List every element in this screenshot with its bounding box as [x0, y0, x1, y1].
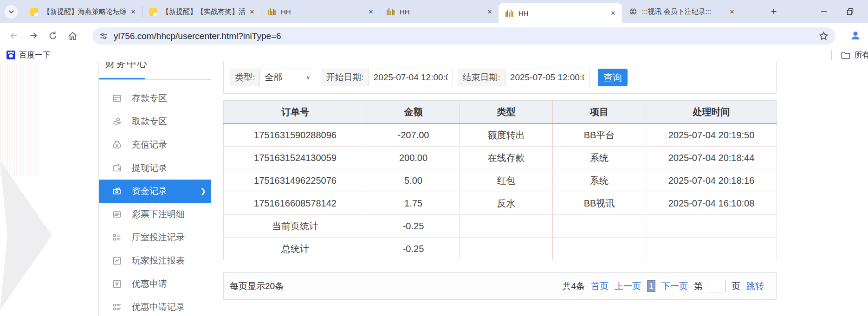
start-date-label: 开始日期:	[321, 69, 369, 86]
chevron-down-icon: ∨	[306, 74, 310, 81]
reload-icon	[48, 31, 58, 41]
sidebar-item[interactable]: 优惠申请	[99, 272, 211, 296]
minimize-icon	[820, 8, 828, 15]
sidebar-item[interactable]: 玩家投注报表	[99, 249, 211, 272]
folder-icon	[841, 51, 850, 59]
back-button[interactable]	[7, 29, 20, 42]
browser-tab[interactable]: 【新提醒】【实战有奖】活✕	[142, 0, 261, 23]
first-page-link[interactable]: 首页	[591, 280, 609, 292]
table-header-row: 订单号金额类型项目处理时间	[224, 101, 777, 124]
sidebar-item[interactable]: 提现记录	[99, 156, 211, 180]
per-page-label: 每页显示20条	[230, 280, 284, 292]
moneybag-icon	[112, 140, 122, 150]
browser-tab-bar: 【新提醒】海燕策略论坛综✕【新提醒】【实战有奖】活✕HH✕HH✕HH✕:::视讯…	[0, 0, 868, 23]
funds-record-table: 订单号金额类型项目处理时间 1751631590288096-207.00额度转…	[223, 100, 777, 260]
tab-close-button[interactable]: ✕	[367, 7, 375, 16]
table-cell: 1751631496225076	[224, 169, 367, 192]
table-cell: BB视讯	[553, 192, 646, 215]
table-cell: -0.25	[367, 238, 460, 260]
hh-favicon	[386, 7, 395, 16]
table-body: 1751631590288096-207.00额度转出BB平台2025-07-0…	[224, 124, 777, 260]
globe-favicon	[628, 7, 637, 16]
table-cell: BB平台	[553, 124, 646, 147]
sidebar-item-label: 充值记录	[132, 139, 167, 151]
all-bookmarks-button[interactable]: 所有	[841, 50, 868, 60]
pager: 共4条 首页 上一页 1 下一页 第 页 跳转	[562, 280, 770, 292]
sidebar-item[interactable]: 充值记录	[99, 133, 211, 156]
tab-close-button[interactable]: ✕	[609, 9, 617, 17]
new-tab-button[interactable]: +	[767, 5, 781, 19]
browser-tab[interactable]: HH✕	[261, 0, 380, 23]
sidebar-item[interactable]: 取款专区	[99, 110, 211, 133]
search-button[interactable]: 查询	[598, 69, 628, 86]
withdraw-hand-icon	[112, 116, 122, 127]
background-watermark-triangle	[0, 161, 52, 310]
bookmark-star-icon[interactable]	[818, 31, 829, 41]
sidebar: 财务中心 存款专区取款专区充值记录提现记录资金记录❯彩票下注明细厅室投注记录玩家…	[98, 62, 210, 316]
site-settings-icon	[99, 32, 108, 41]
bookmark-baidu[interactable]: 百度一下	[6, 50, 51, 60]
table-header-cell: 项目	[553, 101, 646, 124]
chart-icon	[112, 256, 122, 266]
profile-avatar[interactable]	[849, 29, 862, 43]
table-cell: 5.00	[367, 169, 460, 192]
start-date-input[interactable]	[369, 69, 453, 86]
sidebar-item[interactable]: 存款专区	[99, 87, 211, 110]
tab-close-button[interactable]: ✕	[129, 7, 137, 16]
sidebar-item-label: 优惠申请记录	[132, 301, 185, 313]
sidebar-item-label: 提现记录	[132, 162, 167, 174]
forward-button[interactable]	[27, 29, 40, 42]
window-maximize-button[interactable]	[842, 4, 858, 19]
sidebar-item-label: 厅室投注记录	[132, 232, 185, 244]
total-count-label: 共4条	[562, 280, 585, 292]
bookmarks-divider	[831, 50, 832, 60]
table-cell: 反水	[460, 192, 553, 215]
tab-close-button[interactable]: ✕	[728, 7, 736, 16]
table-cell: 2025-07-04 16:10:08	[646, 192, 777, 215]
page-jump-input[interactable]	[709, 280, 725, 292]
address-bar[interactable]: yl756.com/hhcp/usercenter.html?iniType=6	[92, 27, 836, 45]
sidebar-item[interactable]: 厅室投注记录	[99, 226, 211, 249]
table-header-cell: 订单号	[224, 101, 367, 124]
sidebar-item[interactable]: 优惠申请记录	[99, 296, 211, 316]
table-cell	[553, 215, 646, 238]
window-minimize-button[interactable]	[816, 4, 832, 19]
type-select-value: 全部	[265, 71, 282, 84]
next-page-link[interactable]: 下一页	[661, 280, 688, 292]
table-cell: 200.00	[367, 147, 460, 169]
chevron-right-icon: ❯	[200, 187, 206, 195]
forum-favicon	[149, 7, 157, 16]
tab-title: 【新提醒】【实战有奖】活	[162, 7, 245, 16]
browser-toolbar: yl756.com/hhcp/usercenter.html?iniType=6	[0, 23, 868, 48]
table-cell	[460, 215, 553, 238]
browser-tab[interactable]: HH✕	[499, 3, 622, 23]
table-row: 1751631590288096-207.00额度转出BB平台2025-07-0…	[224, 124, 777, 147]
table-cell: 额度转出	[460, 124, 553, 147]
type-select[interactable]: 全部 ∨	[259, 69, 315, 86]
tab-close-button[interactable]: ✕	[486, 7, 494, 16]
sidebar-item[interactable]: 彩票下注明细	[99, 203, 211, 226]
browser-tab[interactable]: HH✕	[380, 0, 499, 23]
tab-search-button[interactable]	[5, 5, 18, 19]
home-button[interactable]	[66, 29, 79, 42]
browser-tab[interactable]: :::视讯 会员下注纪录:::✕	[622, 0, 741, 23]
table-row: 当前页统计-0.25	[224, 215, 777, 238]
table-row: 1751631524130059200.00在线存款系统2025-07-04 2…	[224, 147, 777, 169]
browser-tab[interactable]: 【新提醒】海燕策略论坛综✕	[23, 0, 142, 23]
jump-link[interactable]: 跳转	[746, 280, 764, 292]
sidebar-header-label: 财务中心	[105, 62, 148, 70]
bookmark-label: 百度一下	[19, 50, 51, 60]
prev-page-link[interactable]: 上一页	[615, 280, 641, 292]
table-cell: -0.25	[367, 215, 460, 238]
tab-strip: 【新提醒】海燕策略论坛综✕【新提醒】【实战有奖】活✕HH✕HH✕HH✕:::视讯…	[23, 0, 741, 23]
type-filter-label: 类型:	[230, 69, 260, 86]
sidebar-item-label: 资金记录	[132, 185, 167, 197]
sidebar-item[interactable]: 资金记录❯	[99, 180, 211, 203]
table-cell: 2025-07-04 20:18:16	[646, 169, 777, 192]
tab-close-button[interactable]: ✕	[248, 7, 256, 16]
table-header-cell: 金额	[367, 101, 460, 124]
reload-button[interactable]	[46, 29, 59, 42]
forward-arrow-icon	[28, 31, 39, 41]
end-date-input[interactable]	[505, 69, 589, 86]
tab-title: HH	[518, 9, 606, 17]
